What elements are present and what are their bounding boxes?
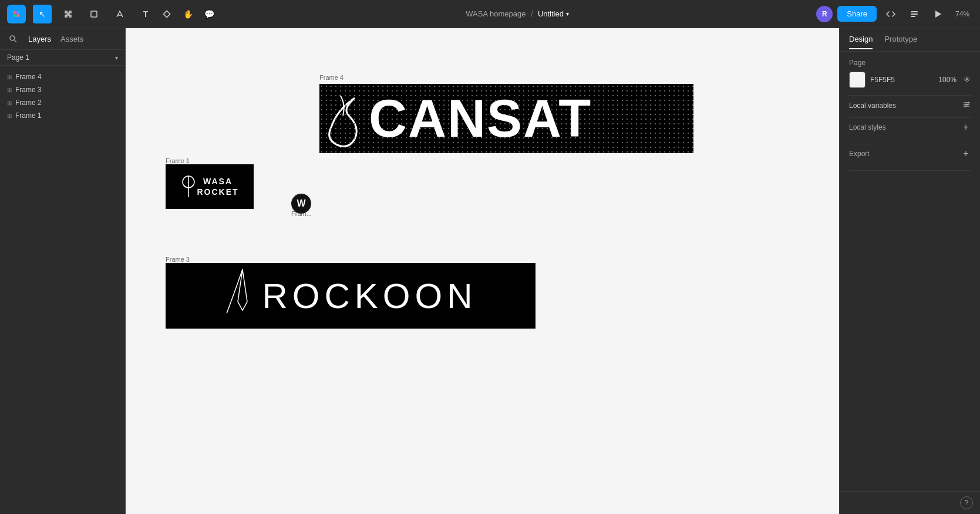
eye-icon[interactable]: 👁: [964, 76, 971, 84]
tab-layers[interactable]: Layers: [28, 33, 51, 45]
play-button[interactable]: [928, 5, 947, 23]
rockoon-svg: [224, 266, 262, 325]
svg-rect-13: [163, 11, 170, 17]
layer-label-frame2: Frame 2: [15, 99, 42, 107]
frame2-w-logo[interactable]: W: [291, 194, 311, 214]
wasa-rocket-svg: [180, 174, 197, 199]
export-section: Export +: [849, 149, 971, 171]
local-styles-header: Local styles +: [849, 123, 971, 132]
tool-group-shapes: [85, 5, 103, 23]
comment-tool[interactable]: 💬: [200, 5, 218, 23]
right-sidebar-tabs: Design Prototype: [840, 28, 980, 52]
tool-group-pen: [110, 5, 129, 23]
frame-icon: ⊞: [7, 100, 12, 106]
local-vars-row: Local variables: [849, 100, 971, 110]
page-selector[interactable]: Page 1 ▾: [0, 50, 125, 66]
rockoon-text: ROCKOON: [262, 276, 477, 316]
svg-point-3: [16, 14, 19, 17]
layer-item-frame4[interactable]: ⊞ Frame 4: [0, 70, 125, 83]
svg-rect-8: [69, 15, 71, 17]
svg-point-30: [965, 106, 966, 107]
svg-point-29: [966, 104, 968, 106]
breadcrumb-separator: /: [530, 9, 533, 19]
sidebar-tabs: Layers Assets: [0, 28, 125, 50]
file-name[interactable]: Untitled ▾: [538, 9, 569, 18]
local-variables-icon[interactable]: [962, 100, 971, 110]
cansat-content: CANSAT: [319, 84, 693, 153]
toolbar-center: WASA homepage / Untitled ▾: [218, 9, 816, 19]
layer-item-frame3[interactable]: ⊞ Frame 3: [0, 83, 125, 96]
frame-tool[interactable]: [59, 5, 78, 23]
layer-list: ⊞ Frame 4 ⊞ Frame 3 ⊞ Frame 2 ⊞ Frame 1: [0, 66, 125, 127]
svg-rect-15: [911, 11, 918, 12]
svg-rect-11: [91, 11, 97, 17]
hand-tool[interactable]: ✋: [179, 5, 197, 23]
svg-point-2: [14, 14, 16, 17]
page-section-header: Page: [849, 59, 971, 67]
search-icon[interactable]: [7, 33, 19, 45]
tool-group-select: ↖: [33, 5, 52, 23]
page-chevron: ▾: [115, 55, 118, 61]
tool-group-frame: [59, 5, 78, 23]
svg-marker-18: [935, 11, 941, 18]
right-sidebar: Design Prototype Page F5F5F5 100% 👁 Loca: [839, 28, 980, 514]
svg-rect-6: [69, 11, 71, 13]
frame-icon: ⊞: [7, 113, 12, 119]
svg-rect-17: [911, 16, 915, 17]
tab-prototype[interactable]: Prototype: [884, 30, 917, 49]
main-area: Layers Assets Page 1 ▾ ⊞ Frame 4 ⊞ Frame…: [0, 28, 980, 514]
help-area: ?: [840, 491, 980, 514]
toolbar: ↖: [0, 0, 980, 28]
frame-icon: ⊞: [7, 74, 12, 80]
library-button[interactable]: [905, 5, 924, 23]
component-tool[interactable]: [157, 5, 176, 23]
wasa-rocket-content: WASAROCKET: [176, 169, 243, 204]
local-styles-add-btn[interactable]: +: [961, 123, 971, 132]
shape-tool[interactable]: [85, 5, 103, 23]
svg-rect-16: [911, 13, 918, 15]
page-name: Page 1: [7, 53, 29, 62]
export-header: Export +: [849, 149, 971, 158]
select-tool[interactable]: ↖: [33, 5, 52, 23]
toolbar-right: R Share 74%: [816, 5, 973, 23]
layer-item-frame2[interactable]: ⊞ Frame 2: [0, 96, 125, 109]
figma-logo[interactable]: [7, 5, 26, 23]
local-styles-title: Local styles: [849, 123, 886, 131]
page-section-title: Page: [849, 59, 866, 67]
text-tool[interactable]: T: [136, 5, 155, 23]
svg-rect-7: [65, 15, 67, 17]
share-button[interactable]: Share: [837, 6, 877, 22]
avatar[interactable]: R: [816, 6, 833, 22]
color-swatch[interactable]: [849, 72, 866, 88]
svg-point-28: [968, 102, 970, 104]
help-button[interactable]: ?: [960, 496, 973, 509]
layer-item-frame1[interactable]: ⊞ Frame 1: [0, 109, 125, 122]
frame3-label: Frame 3: [166, 256, 190, 263]
rockoon-content: ROCKOON: [224, 266, 477, 325]
code-view-button[interactable]: [881, 5, 900, 23]
local-variables-title: Local variables: [849, 102, 896, 110]
frame4-cansat[interactable]: CANSAT: [319, 84, 693, 153]
local-styles-section: Local styles +: [849, 123, 971, 144]
frame-icon: ⊞: [7, 87, 12, 93]
export-add-btn[interactable]: +: [961, 149, 971, 158]
frame4-label: Frame 4: [319, 74, 343, 81]
opacity-value: 100%: [938, 76, 957, 84]
zoom-level[interactable]: 74%: [952, 8, 973, 21]
layer-label-frame3: Frame 3: [15, 86, 42, 94]
svg-rect-5: [65, 11, 67, 13]
wasa-rocket-text: WASAROCKET: [197, 176, 238, 197]
svg-line-20: [15, 40, 17, 43]
local-variables-section: Local variables: [849, 100, 971, 118]
frame3-rockoon[interactable]: ROCKOON: [166, 263, 536, 329]
tab-design[interactable]: Design: [849, 30, 873, 49]
canvas[interactable]: Frame 4 CANSAT Fram... W: [126, 28, 839, 514]
pen-tool[interactable]: [110, 5, 129, 23]
layer-label-frame1: Frame 1: [15, 111, 42, 120]
frame1-wasa-rocket[interactable]: WASAROCKET: [166, 164, 254, 209]
page-section: Page F5F5F5 100% 👁: [849, 59, 971, 96]
frame1-label: Frame 1: [166, 157, 190, 164]
svg-point-19: [10, 36, 15, 40]
tab-assets[interactable]: Assets: [60, 33, 83, 45]
cansat-logo: [319, 86, 366, 151]
